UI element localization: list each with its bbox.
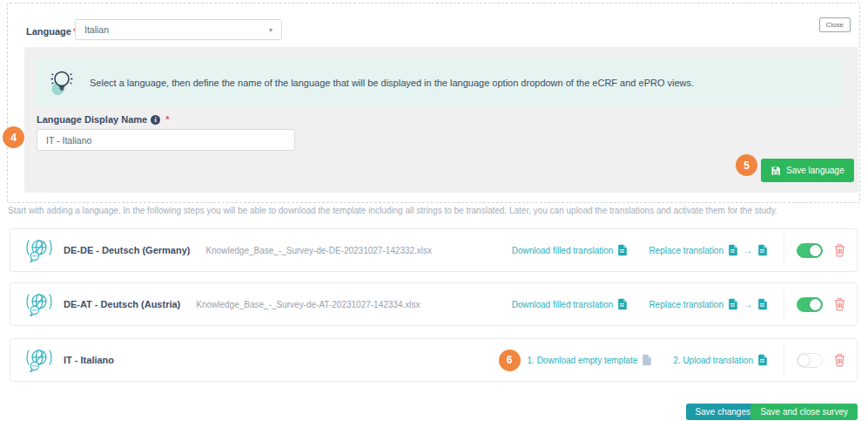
upload-translation-link[interactable]: 2. Upload translation	[673, 354, 768, 366]
row-actions: 6 1. Download empty template 2. Upload t…	[499, 339, 846, 381]
translation-file-name: Knowledge_Base_-_Survey-de-DE-20231027-1…	[205, 246, 432, 255]
excel-file-icon	[728, 244, 738, 256]
link-label: 1. Download empty template	[528, 356, 638, 365]
replace-translation-link[interactable]: Replace translation →	[649, 298, 768, 310]
required-asterisk: *	[165, 114, 169, 125]
row-actions: Download filled translation Replace tran…	[512, 229, 846, 271]
toggle-knob	[810, 245, 821, 256]
link-label: Download filled translation	[512, 246, 614, 255]
globe-translate-icon	[24, 237, 54, 263]
save-icon	[770, 166, 781, 176]
survey-translations-panel: Language* Italian ▾ Close Select a langu…	[0, 0, 868, 421]
display-name-label-text: Language Display Name	[37, 114, 147, 125]
display-name-input[interactable]	[37, 129, 295, 151]
replace-translation-link[interactable]: Replace translation →	[649, 244, 768, 256]
download-filled-translation-link[interactable]: Download filled translation	[512, 244, 629, 256]
save-language-button[interactable]: Save language	[761, 159, 854, 182]
language-active-toggle[interactable]	[797, 353, 823, 368]
arrow-right-icon: →	[744, 246, 752, 255]
close-button[interactable]: Close	[819, 17, 851, 32]
toggle-knob	[810, 299, 821, 310]
language-row-it: IT - Italiano 6 1. Download empty templa…	[10, 338, 858, 382]
language-active-toggle[interactable]	[797, 243, 823, 258]
excel-file-icon	[617, 244, 628, 256]
language-row-de-de: DE-DE - Deutsch (Germany) Knowledge_Base…	[10, 228, 858, 272]
divider	[784, 289, 784, 320]
link-label: Replace translation	[649, 300, 723, 309]
language-label: Language*	[26, 26, 77, 37]
excel-file-icon	[757, 298, 768, 310]
divider	[784, 234, 784, 266]
language-label-text: Language	[26, 26, 71, 37]
section-description: Start with adding a language. In the fol…	[8, 206, 852, 215]
delete-language-icon[interactable]	[833, 297, 846, 311]
lightbulb-icon	[48, 68, 76, 98]
language-active-toggle[interactable]	[797, 297, 823, 312]
info-banner-text: Select a language, then define the name …	[90, 78, 694, 88]
step-badge-5: 5	[736, 154, 757, 176]
link-label: Download filled translation	[512, 300, 614, 309]
display-name-label: Language Display Name i *	[37, 114, 169, 125]
excel-file-icon	[757, 354, 768, 366]
language-row-de-at: DE-AT - Deutsch (Austria) Knowledge_Base…	[10, 282, 858, 326]
language-select[interactable]: Italian ▾	[75, 19, 282, 40]
save-and-close-survey-button[interactable]: Save and close survey	[750, 404, 858, 420]
excel-file-icon	[617, 298, 628, 310]
delete-language-icon[interactable]	[833, 353, 846, 367]
info-icon[interactable]: i	[151, 115, 160, 125]
row-actions: Download filled translation Replace tran…	[512, 283, 846, 325]
toggle-knob	[798, 355, 810, 366]
add-language-section: Language* Italian ▾ Close Select a langu…	[7, 3, 860, 203]
language-name: IT - Italiano	[64, 355, 114, 365]
blank-file-icon	[642, 354, 652, 366]
excel-file-icon	[728, 298, 738, 310]
globe-translate-icon	[24, 347, 54, 373]
language-select-value: Italian	[84, 24, 269, 35]
arrow-right-icon: →	[744, 300, 752, 309]
chevron-down-icon: ▾	[269, 26, 273, 34]
globe-translate-icon	[24, 291, 54, 317]
link-label: 2. Upload translation	[673, 356, 753, 365]
language-form-panel: Select a language, then define the name …	[24, 47, 858, 193]
delete-language-icon[interactable]	[833, 243, 846, 257]
language-name: DE-AT - Deutsch (Austria)	[64, 299, 180, 309]
download-filled-translation-link[interactable]: Download filled translation	[512, 298, 629, 310]
download-empty-template-link[interactable]: 1. Download empty template	[528, 354, 653, 366]
language-name: DE-DE - Deutsch (Germany)	[64, 245, 190, 255]
translation-file-name: Knowledge_Base_-_Survey-de-AT-20231027-1…	[196, 300, 420, 309]
divider	[784, 344, 784, 376]
step-badge-4: 4	[3, 126, 24, 148]
save-language-label: Save language	[786, 166, 844, 175]
excel-file-icon	[757, 244, 768, 256]
step-badge-6: 6	[499, 350, 521, 371]
info-banner: Select a language, then define the name …	[36, 60, 843, 105]
link-label: Replace translation	[649, 246, 723, 255]
save-changes-button[interactable]: Save changes	[686, 404, 760, 420]
